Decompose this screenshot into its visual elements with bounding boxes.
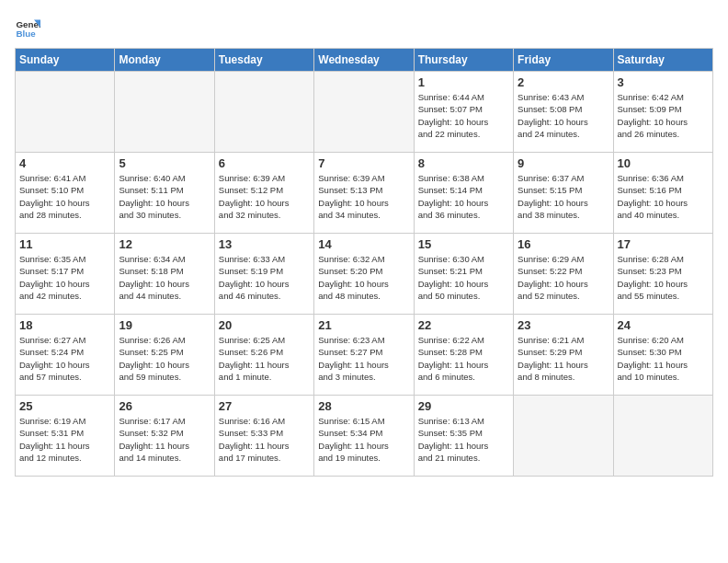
calendar-cell: 19Sunrise: 6:26 AMSunset: 5:25 PMDayligh… [115, 315, 214, 396]
day-number: 8 [418, 156, 509, 170]
day-number: 12 [119, 237, 210, 251]
day-number: 29 [418, 399, 509, 413]
calendar-cell: 17Sunrise: 6:28 AMSunset: 5:23 PMDayligh… [613, 234, 712, 315]
day-info: Sunrise: 6:25 AMSunset: 5:26 PMDaylight:… [219, 334, 310, 383]
header: General Blue [15, 15, 713, 40]
day-number: 27 [219, 399, 310, 413]
day-info: Sunrise: 6:13 AMSunset: 5:35 PMDaylight:… [418, 415, 509, 464]
calendar-cell: 26Sunrise: 6:17 AMSunset: 5:32 PMDayligh… [115, 396, 214, 477]
day-number: 21 [318, 318, 409, 332]
day-number: 28 [318, 399, 409, 413]
calendar-cell: 1Sunrise: 6:44 AMSunset: 5:07 PMDaylight… [414, 72, 513, 153]
day-info: Sunrise: 6:38 AMSunset: 5:14 PMDaylight:… [418, 172, 509, 221]
day-number: 13 [219, 237, 310, 251]
day-number: 7 [318, 156, 409, 170]
calendar-table: SundayMondayTuesdayWednesdayThursdayFrid… [15, 48, 713, 477]
day-info: Sunrise: 6:16 AMSunset: 5:33 PMDaylight:… [219, 415, 310, 464]
day-info: Sunrise: 6:41 AMSunset: 5:10 PMDaylight:… [19, 172, 110, 221]
day-info: Sunrise: 6:39 AMSunset: 5:13 PMDaylight:… [318, 172, 409, 221]
calendar-cell: 9Sunrise: 6:37 AMSunset: 5:15 PMDaylight… [514, 153, 613, 234]
calendar-cell [115, 72, 214, 153]
calendar-cell: 14Sunrise: 6:32 AMSunset: 5:20 PMDayligh… [314, 234, 414, 315]
day-info: Sunrise: 6:42 AMSunset: 5:09 PMDaylight:… [618, 91, 709, 140]
day-number: 25 [19, 399, 110, 413]
day-info: Sunrise: 6:23 AMSunset: 5:27 PMDaylight:… [318, 334, 409, 383]
calendar-cell: 25Sunrise: 6:19 AMSunset: 5:31 PMDayligh… [16, 396, 115, 477]
day-info: Sunrise: 6:21 AMSunset: 5:29 PMDaylight:… [518, 334, 609, 383]
day-number: 11 [19, 237, 110, 251]
calendar-cell: 11Sunrise: 6:35 AMSunset: 5:17 PMDayligh… [16, 234, 115, 315]
day-info: Sunrise: 6:29 AMSunset: 5:22 PMDaylight:… [518, 253, 609, 302]
day-info: Sunrise: 6:44 AMSunset: 5:07 PMDaylight:… [418, 91, 509, 140]
calendar-cell: 24Sunrise: 6:20 AMSunset: 5:30 PMDayligh… [613, 315, 712, 396]
weekday-header-friday: Friday [514, 49, 613, 72]
day-number: 19 [119, 318, 210, 332]
day-info: Sunrise: 6:40 AMSunset: 5:11 PMDaylight:… [119, 172, 210, 221]
day-number: 17 [618, 237, 709, 251]
day-number: 4 [19, 156, 110, 170]
calendar-cell: 29Sunrise: 6:13 AMSunset: 5:35 PMDayligh… [414, 396, 513, 477]
day-info: Sunrise: 6:17 AMSunset: 5:32 PMDaylight:… [119, 415, 210, 464]
day-info: Sunrise: 6:33 AMSunset: 5:19 PMDaylight:… [219, 253, 310, 302]
day-info: Sunrise: 6:28 AMSunset: 5:23 PMDaylight:… [618, 253, 709, 302]
calendar-cell [16, 72, 115, 153]
logo: General Blue [15, 15, 44, 40]
calendar-cell: 18Sunrise: 6:27 AMSunset: 5:24 PMDayligh… [16, 315, 115, 396]
day-number: 20 [219, 318, 310, 332]
day-number: 26 [119, 399, 210, 413]
day-info: Sunrise: 6:22 AMSunset: 5:28 PMDaylight:… [418, 334, 509, 383]
calendar-cell: 21Sunrise: 6:23 AMSunset: 5:27 PMDayligh… [314, 315, 414, 396]
day-number: 14 [318, 237, 409, 251]
day-info: Sunrise: 6:30 AMSunset: 5:21 PMDaylight:… [418, 253, 509, 302]
day-info: Sunrise: 6:37 AMSunset: 5:15 PMDaylight:… [518, 172, 609, 221]
day-number: 15 [418, 237, 509, 251]
day-number: 22 [418, 318, 509, 332]
day-info: Sunrise: 6:19 AMSunset: 5:31 PMDaylight:… [19, 415, 110, 464]
weekday-header-wednesday: Wednesday [314, 49, 414, 72]
weekday-header-saturday: Saturday [613, 49, 712, 72]
calendar-cell: 4Sunrise: 6:41 AMSunset: 5:10 PMDaylight… [16, 153, 115, 234]
logo-icon: General Blue [15, 15, 40, 40]
calendar-cell: 12Sunrise: 6:34 AMSunset: 5:18 PMDayligh… [115, 234, 214, 315]
day-info: Sunrise: 6:15 AMSunset: 5:34 PMDaylight:… [318, 415, 409, 464]
day-info: Sunrise: 6:36 AMSunset: 5:16 PMDaylight:… [618, 172, 709, 221]
calendar-cell: 22Sunrise: 6:22 AMSunset: 5:28 PMDayligh… [414, 315, 513, 396]
calendar-cell: 5Sunrise: 6:40 AMSunset: 5:11 PMDaylight… [115, 153, 214, 234]
calendar-cell: 23Sunrise: 6:21 AMSunset: 5:29 PMDayligh… [514, 315, 613, 396]
day-number: 5 [119, 156, 210, 170]
calendar-cell: 8Sunrise: 6:38 AMSunset: 5:14 PMDaylight… [414, 153, 513, 234]
day-number: 23 [518, 318, 609, 332]
calendar-cell [314, 72, 414, 153]
weekday-header-monday: Monday [115, 49, 214, 72]
calendar-cell: 28Sunrise: 6:15 AMSunset: 5:34 PMDayligh… [314, 396, 414, 477]
calendar-cell: 3Sunrise: 6:42 AMSunset: 5:09 PMDaylight… [613, 72, 712, 153]
svg-text:Blue: Blue [16, 29, 36, 39]
calendar-cell: 2Sunrise: 6:43 AMSunset: 5:08 PMDaylight… [514, 72, 613, 153]
day-number: 3 [618, 75, 709, 89]
day-info: Sunrise: 6:34 AMSunset: 5:18 PMDaylight:… [119, 253, 210, 302]
day-info: Sunrise: 6:39 AMSunset: 5:12 PMDaylight:… [219, 172, 310, 221]
day-number: 2 [518, 75, 609, 89]
day-info: Sunrise: 6:35 AMSunset: 5:17 PMDaylight:… [19, 253, 110, 302]
day-number: 1 [418, 75, 509, 89]
day-info: Sunrise: 6:43 AMSunset: 5:08 PMDaylight:… [518, 91, 609, 140]
calendar-cell: 15Sunrise: 6:30 AMSunset: 5:21 PMDayligh… [414, 234, 513, 315]
weekday-header-thursday: Thursday [414, 49, 513, 72]
day-number: 6 [219, 156, 310, 170]
day-info: Sunrise: 6:20 AMSunset: 5:30 PMDaylight:… [618, 334, 709, 383]
day-info: Sunrise: 6:32 AMSunset: 5:20 PMDaylight:… [318, 253, 409, 302]
calendar-cell [514, 396, 613, 477]
calendar-cell: 13Sunrise: 6:33 AMSunset: 5:19 PMDayligh… [214, 234, 313, 315]
calendar-cell: 20Sunrise: 6:25 AMSunset: 5:26 PMDayligh… [214, 315, 313, 396]
day-number: 9 [518, 156, 609, 170]
calendar-cell: 27Sunrise: 6:16 AMSunset: 5:33 PMDayligh… [214, 396, 313, 477]
day-number: 10 [618, 156, 709, 170]
weekday-header-sunday: Sunday [16, 49, 115, 72]
day-info: Sunrise: 6:27 AMSunset: 5:24 PMDaylight:… [19, 334, 110, 383]
calendar-cell [613, 396, 712, 477]
day-number: 24 [618, 318, 709, 332]
calendar-cell: 16Sunrise: 6:29 AMSunset: 5:22 PMDayligh… [514, 234, 613, 315]
day-info: Sunrise: 6:26 AMSunset: 5:25 PMDaylight:… [119, 334, 210, 383]
calendar-cell [214, 72, 313, 153]
calendar-cell: 10Sunrise: 6:36 AMSunset: 5:16 PMDayligh… [613, 153, 712, 234]
